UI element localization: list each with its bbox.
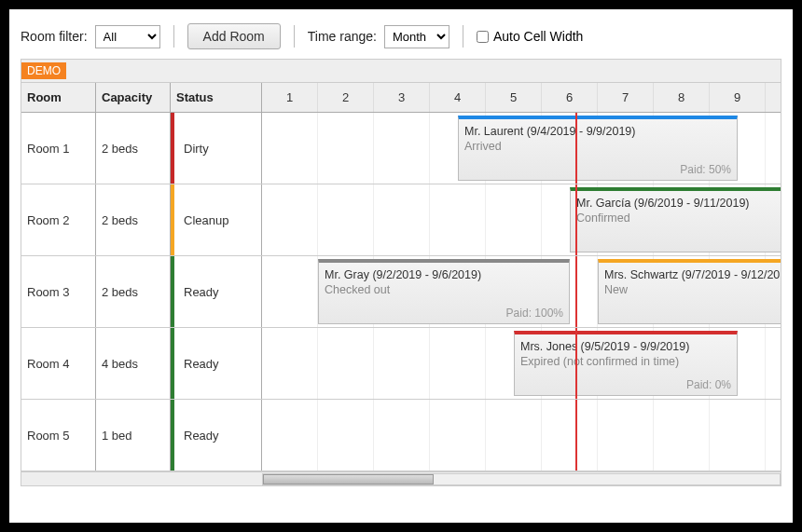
table-row: Room 51 bedReady [21,400,781,471]
day-col [542,400,598,471]
day-header: 2 [318,83,374,112]
day-header: 1 [262,83,318,112]
table-row: Room 12 bedsDirtyMr. Laurent (9/4/2019 -… [21,113,781,184]
row-left-cols: Room 51 bedReady [21,400,262,471]
timeline-body[interactable]: Mrs. Jones (9/5/2019 - 9/9/2019)Expired … [262,328,781,399]
event-status: Expired (not confirmed in time) [520,355,731,368]
add-room-button[interactable]: Add Room [187,23,281,49]
event-title: Mrs. Schwartz (9/7/2019 - 9/12/2019) [604,268,781,281]
event-title: Mrs. Jones (9/5/2019 - 9/9/2019) [520,340,731,353]
day-col [318,400,374,471]
rows-container: Room 12 bedsDirtyMr. Laurent (9/4/2019 -… [21,113,781,471]
scheduler-header-row: Room Capacity Status 12345678910 [21,83,781,113]
now-marker [575,113,577,184]
header-capacity: Capacity [96,83,171,112]
day-header: 6 [542,83,598,112]
timeline-body[interactable]: Mr. Laurent (9/4/2019 - 9/9/2019)Arrived… [262,113,781,184]
timeline-body[interactable]: Mr. García (9/6/2019 - 9/11/2019)Confirm… [262,184,781,255]
day-col [654,400,710,471]
day-col [766,328,781,399]
event-status: Confirmed [576,211,781,225]
row-left-cols: Room 22 bedsCleanup [21,184,262,255]
event-status: New [604,283,781,296]
day-col [430,184,486,255]
cell-room: Room 4 [21,328,96,399]
day-col [262,256,318,327]
status-text: Ready [176,429,219,443]
day-col [318,328,374,399]
row-left-cols: Room 44 bedsReady [21,328,262,399]
cell-status: Cleanup [171,184,262,255]
day-col [598,400,654,471]
day-col [710,400,766,471]
day-header: 4 [430,83,486,112]
day-col [374,400,430,471]
scrollbar-track[interactable] [262,473,781,485]
cell-capacity: 2 beds [96,256,171,327]
auto-cell-width-label: Auto Cell Width [493,29,583,44]
toolbar: Room filter: All Add Room Time range: Mo… [21,23,781,49]
day-col [318,113,374,184]
day-col [262,400,318,471]
timeline-grid [262,400,781,471]
time-range-label: Time range: [308,29,377,44]
reservation-event[interactable]: Mr. Laurent (9/4/2019 - 9/9/2019)Arrived… [458,116,738,181]
scrollbar-thumb[interactable] [263,474,434,484]
timeline-body[interactable] [262,400,781,471]
day-col [766,400,781,471]
horizontal-scrollbar[interactable] [21,471,781,485]
auto-cell-width-wrap[interactable]: Auto Cell Width [477,29,583,44]
cell-status: Ready [171,256,262,327]
cell-room: Room 2 [21,184,96,255]
timeline-body[interactable]: Mr. Gray (9/2/2019 - 9/6/2019)Checked ou… [262,256,781,327]
cell-room: Room 1 [21,113,96,184]
auto-cell-width-checkbox[interactable] [477,31,489,43]
reservation-event[interactable]: Mrs. Schwartz (9/7/2019 - 9/12/2019)New [598,259,781,324]
day-col [486,184,542,255]
day-header: 3 [374,83,430,112]
day-header: 9 [710,83,766,112]
event-title: Mr. Laurent (9/4/2019 - 9/9/2019) [464,125,731,138]
reservation-event[interactable]: Mr. García (9/6/2019 - 9/11/2019)Confirm… [570,187,781,252]
table-row: Room 22 bedsCleanupMr. García (9/6/2019 … [21,184,781,256]
now-marker [575,256,577,327]
day-col [374,113,430,184]
day-col [766,113,781,184]
status-color-bar [171,400,174,471]
cell-capacity: 1 bed [96,400,171,471]
toolbar-separator [463,25,463,48]
day-col [262,184,318,255]
demo-badge: DEMO [21,62,66,79]
scheduler: DEMO Room Capacity Status 12345678910 Ro… [21,59,781,486]
day-col [262,113,318,184]
day-col [430,400,486,471]
day-col [262,328,318,399]
cell-capacity: 2 beds [96,113,171,184]
now-marker [575,328,577,399]
day-header: 5 [486,83,542,112]
time-range-select[interactable]: Month [384,25,449,48]
day-col [430,328,486,399]
cell-room: Room 5 [21,400,96,471]
day-header: 7 [598,83,654,112]
day-header: 8 [654,83,710,112]
reservation-event[interactable]: Mr. Gray (9/2/2019 - 9/6/2019)Checked ou… [318,259,570,324]
day-header: 10 [766,83,781,112]
now-marker [575,184,577,255]
row-left-cols: Room 12 bedsDirty [21,113,262,184]
cell-status: Ready [171,328,262,399]
status-color-bar [171,113,174,184]
left-header-cols: Room Capacity Status [21,83,262,112]
status-color-bar [171,184,174,255]
event-title: Mr. García (9/6/2019 - 9/11/2019) [576,197,781,210]
room-filter-select[interactable]: All [95,25,160,48]
status-color-bar [171,256,174,327]
room-filter-label: Room filter: [21,29,88,44]
status-text: Ready [176,285,219,299]
event-title: Mr. Gray (9/2/2019 - 9/6/2019) [325,268,563,281]
cell-status: Dirty [171,113,262,184]
app-root: Room filter: All Add Room Time range: Mo… [9,9,793,523]
toolbar-separator [173,25,174,48]
status-text: Dirty [176,142,209,156]
reservation-event[interactable]: Mrs. Jones (9/5/2019 - 9/9/2019)Expired … [514,331,738,396]
